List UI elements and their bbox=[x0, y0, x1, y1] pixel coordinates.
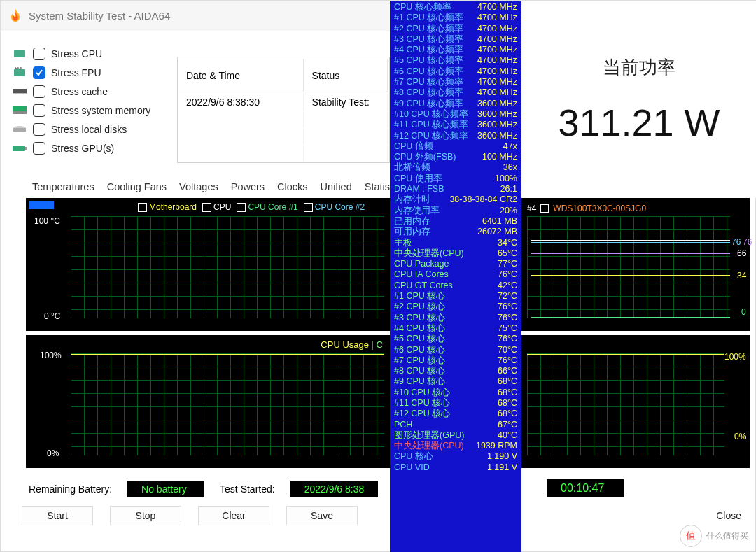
monitor-key: #5 CPU 核心 bbox=[394, 334, 445, 344]
monitor-val: 4700 MHz bbox=[477, 2, 517, 13]
axis-76b: 76 bbox=[743, 237, 752, 247]
y-bot: 0% bbox=[47, 448, 59, 458]
monitor-key: #3 CPU 核心 bbox=[394, 313, 445, 323]
line3 bbox=[531, 253, 730, 254]
selection-marker bbox=[29, 201, 54, 209]
svg-rect-4 bbox=[13, 93, 27, 94]
monitor-row: CPU 外频(FSB)100 MHz bbox=[394, 152, 517, 162]
legend-item[interactable]: CPU bbox=[202, 202, 231, 212]
monitor-row: #12 CPU 核心频率3600 MHz bbox=[394, 131, 517, 141]
monitor-row: #2 CPU 核心频率4700 MHz bbox=[394, 24, 517, 34]
monitor-val: 65°C bbox=[498, 248, 517, 259]
monitor-row: 已用内存6401 MB bbox=[394, 216, 517, 227]
status-row: Remaining Battery: No battery Test Start… bbox=[29, 481, 741, 497]
y-axis-top: 100 °C bbox=[34, 216, 60, 226]
legend-checkbox-icon bbox=[202, 203, 211, 212]
tab-unified[interactable]: Unified bbox=[314, 177, 358, 197]
legend-checkbox-icon bbox=[138, 203, 147, 212]
monitor-val: 3600 MHz bbox=[477, 131, 517, 141]
axis-34: 34 bbox=[737, 271, 746, 281]
monitor-row: #10 CPU 核心频率3600 MHz bbox=[394, 109, 517, 120]
disk-legend: #4 WDS100T3X0C-00SJG0 bbox=[527, 204, 646, 213]
stress-checkbox[interactable] bbox=[33, 85, 46, 98]
stress-label: Stress local disks bbox=[51, 124, 127, 135]
monitor-row: CPU VID1.191 V bbox=[394, 462, 517, 473]
monitor-val: 68°C bbox=[498, 376, 517, 387]
col-status[interactable]: Status bbox=[305, 59, 388, 92]
aida64-window: System Stability Test - AIDA64 Stress CP… bbox=[0, 0, 756, 552]
monitor-val: 26:1 bbox=[500, 184, 517, 194]
monitor-val: 26072 MB bbox=[477, 227, 517, 237]
monitor-key: 中央处理器(CPU) bbox=[394, 248, 464, 259]
battery-label: Remaining Battery: bbox=[29, 483, 112, 495]
save-button[interactable]: Save bbox=[286, 506, 358, 525]
svg-rect-9 bbox=[13, 146, 25, 151]
monitor-row: #8 CPU 核心频率4700 MHz bbox=[394, 87, 517, 98]
monitor-key: #12 CPU 核心频率 bbox=[394, 131, 468, 141]
power-card: 当前功率 311.21 W bbox=[522, 1, 756, 198]
line1 bbox=[531, 240, 730, 241]
elapsed-value: 00:10:47 bbox=[547, 479, 624, 497]
tab-temperatures[interactable]: Temperatures bbox=[26, 177, 101, 197]
tab-clocks[interactable]: Clocks bbox=[271, 177, 314, 197]
ram-module-icon bbox=[10, 104, 29, 118]
close-button[interactable]: Close bbox=[716, 510, 741, 521]
monitor-row: #2 CPU 核心76°C bbox=[394, 302, 517, 312]
monitor-key: PCH bbox=[394, 420, 412, 430]
y-top: 100% bbox=[40, 351, 62, 360]
stress-label: Stress FPU bbox=[51, 67, 102, 78]
tab-powers[interactable]: Powers bbox=[225, 177, 271, 197]
tab-cooling fans[interactable]: Cooling Fans bbox=[101, 177, 173, 197]
col-date[interactable]: Date & Time bbox=[179, 59, 304, 92]
stress-checkbox[interactable] bbox=[33, 66, 46, 79]
legend-item[interactable]: CPU Core #2 bbox=[304, 202, 365, 212]
stress-checkbox[interactable] bbox=[33, 123, 46, 136]
stress-checkbox[interactable] bbox=[33, 104, 46, 117]
monitor-row: CPU GT Cores42°C bbox=[394, 281, 517, 291]
monitor-key: CPU 核心频率 bbox=[394, 2, 451, 13]
monitor-row: #5 CPU 核心频率4700 MHz bbox=[394, 55, 517, 66]
monitor-key: #2 CPU 核心频率 bbox=[394, 24, 463, 34]
monitor-key: #10 CPU 核心频率 bbox=[394, 109, 468, 120]
monitor-val: 4700 MHz bbox=[477, 87, 517, 98]
monitor-val: 67°C bbox=[498, 420, 517, 430]
monitor-val: 68°C bbox=[498, 398, 517, 409]
monitor-val: 4700 MHz bbox=[477, 45, 517, 55]
monitor-row: CPU 倍频47x bbox=[394, 141, 517, 152]
monitor-key: #1 CPU 核心频率 bbox=[394, 13, 463, 23]
legend-item[interactable]: CPU Core #1 bbox=[237, 202, 298, 212]
action-buttons: Start Stop Clear Save bbox=[22, 506, 741, 525]
svg-rect-8 bbox=[13, 128, 26, 132]
monitor-val: 4700 MHz bbox=[477, 13, 517, 23]
tab-voltages[interactable]: Voltages bbox=[173, 177, 225, 197]
monitor-val: 38-38-38-84 CR2 bbox=[449, 194, 517, 205]
temperature-chart: 100 °C 0 °C MotherboardCPUCPU Core #1CPU… bbox=[26, 198, 390, 331]
usage-right-top: 100% bbox=[724, 352, 746, 362]
stress-checkbox[interactable] bbox=[33, 142, 46, 155]
monitor-key: CPU 外频(FSB) bbox=[394, 152, 456, 162]
monitor-row: CPU 核心频率4700 MHz bbox=[394, 2, 517, 13]
stress-label: Stress cache bbox=[51, 86, 108, 97]
monitor-val: 68°C bbox=[498, 388, 517, 398]
clear-button[interactable]: Clear bbox=[198, 506, 270, 525]
monitor-val: 40°C bbox=[498, 430, 517, 441]
watermark: 值 什么值得买 bbox=[680, 525, 748, 547]
monitor-key: #6 CPU 核心频率 bbox=[394, 66, 463, 77]
svg-rect-6 bbox=[13, 111, 27, 114]
monitor-val: 100% bbox=[495, 174, 517, 184]
stress-option-5: Stress GPU(s) bbox=[10, 139, 167, 157]
start-button[interactable]: Start bbox=[22, 506, 93, 525]
stress-checkbox[interactable] bbox=[33, 48, 46, 60]
monitor-row: #3 CPU 核心频率4700 MHz bbox=[394, 34, 517, 45]
legend-item[interactable]: Motherboard bbox=[138, 202, 197, 212]
stop-button[interactable]: Stop bbox=[110, 506, 181, 525]
monitor-row: #6 CPU 核心频率4700 MHz bbox=[394, 66, 517, 77]
log-row-date: 2022/9/6 8:38:30 bbox=[179, 94, 304, 111]
monitor-val: 4700 MHz bbox=[477, 34, 517, 45]
monitor-val: 4700 MHz bbox=[477, 55, 517, 66]
monitor-key: #9 CPU 核心频率 bbox=[394, 99, 463, 109]
stress-option-1: 123 Stress FPU bbox=[10, 63, 167, 82]
usage-right-bot: 0% bbox=[734, 432, 746, 441]
monitor-key: #1 CPU 核心 bbox=[394, 291, 445, 302]
cpu-usage-chart: CPU Usage | C 100% 0% bbox=[26, 335, 390, 468]
